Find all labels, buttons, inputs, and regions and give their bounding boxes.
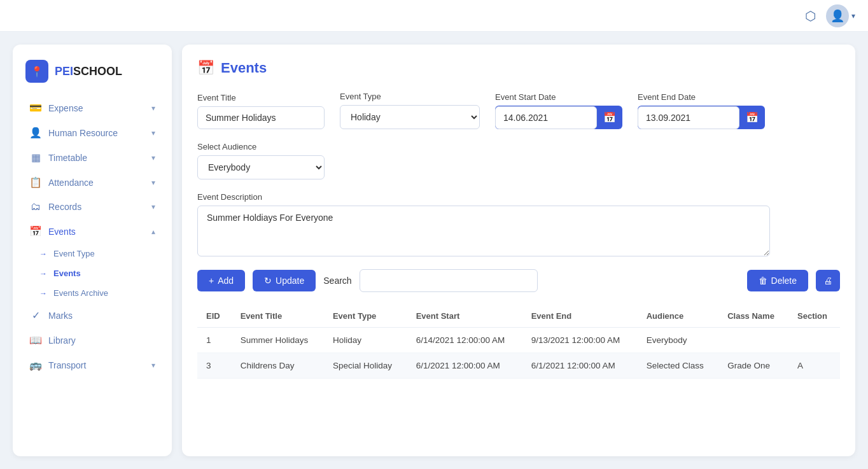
col-eid: EID bbox=[197, 305, 232, 328]
chevron-attendance: ▾ bbox=[151, 178, 155, 187]
sidebar-item-events[interactable]: 📅 Events ▴ bbox=[17, 219, 168, 244]
audience-select[interactable]: Everybody Selected Class Staff bbox=[197, 155, 325, 179]
chevron-expense: ▾ bbox=[151, 104, 155, 113]
start-date-input[interactable] bbox=[495, 106, 597, 129]
attendance-icon: 📋 bbox=[29, 176, 42, 188]
delete-button[interactable]: 🗑 Delete bbox=[747, 270, 808, 291]
sidebar-item-marks[interactable]: ✓ Marks bbox=[17, 303, 168, 328]
event-type-group: Event Type Holiday Special Holiday Other bbox=[340, 92, 480, 129]
start-date-group: Event Start Date 📅 bbox=[495, 92, 622, 129]
chevron-transport: ▾ bbox=[151, 361, 155, 370]
form-row-2: Select Audience Everybody Selected Class… bbox=[197, 142, 840, 179]
start-date-label: Event Start Date bbox=[495, 92, 622, 102]
expense-icon: 💳 bbox=[29, 102, 42, 114]
sidebar-label-human-resource: Human Resource bbox=[48, 128, 118, 138]
cell-3: 6/14/2021 12:00:00 AM bbox=[407, 328, 522, 353]
cell-4: 6/1/2021 12:00:00 AM bbox=[522, 353, 638, 379]
col-event-end: Event End bbox=[522, 305, 638, 328]
cell-0: 1 bbox=[197, 328, 232, 353]
chevron-human-resource: ▾ bbox=[151, 129, 155, 137]
form-row-1: Event Title Event Type Holiday Special H… bbox=[197, 92, 840, 129]
main-layout: 📍 PEISCHOOL 💳 Expense ▾ 👤 Human Resource… bbox=[0, 32, 868, 469]
cell-3: 6/1/2021 12:00:00 AM bbox=[407, 353, 522, 379]
sidebar-label-timetable: Timetable bbox=[48, 153, 87, 163]
col-class-name: Class Name bbox=[718, 305, 788, 328]
logo-area: 📍 PEISCHOOL bbox=[13, 55, 172, 95]
page-header-icon: 📅 bbox=[197, 60, 214, 76]
sidebar-label-library: Library bbox=[48, 335, 76, 346]
cell-5: Everybody bbox=[638, 328, 718, 353]
content-area: 📅 Events Event Title Event Type Holiday … bbox=[182, 45, 855, 456]
plus-icon: + bbox=[209, 276, 214, 286]
cell-6: Grade One bbox=[718, 353, 788, 379]
sidebar-sub-label-events: Events bbox=[53, 269, 81, 278]
arrow-events-archive: → bbox=[39, 289, 47, 298]
print-button[interactable]: 🖨 bbox=[816, 270, 840, 291]
marks-icon: ✓ bbox=[29, 309, 42, 321]
start-date-calendar-button[interactable]: 📅 bbox=[597, 106, 622, 129]
page-title: Events bbox=[221, 60, 267, 76]
sidebar-item-transport[interactable]: 🚌 Transport ▾ bbox=[17, 353, 168, 377]
col-event-type: Event Type bbox=[324, 305, 407, 328]
sidebar-item-human-resource[interactable]: 👤 Human Resource ▾ bbox=[17, 120, 168, 145]
sidebar-label-attendance: Attendance bbox=[48, 178, 94, 188]
logo-text: PEISCHOOL bbox=[55, 65, 122, 78]
end-date-calendar-button[interactable]: 📅 bbox=[739, 106, 765, 129]
update-button[interactable]: ↻ Update bbox=[253, 270, 316, 291]
col-audience: Audience bbox=[638, 305, 718, 328]
events-icon: 📅 bbox=[29, 225, 42, 237]
event-title-label: Event Title bbox=[197, 93, 325, 102]
timetable-icon: ▦ bbox=[29, 151, 42, 164]
page-header: 📅 Events bbox=[197, 60, 840, 76]
cell-6 bbox=[718, 328, 788, 353]
cell-5: Selected Class bbox=[638, 353, 718, 379]
sidebar-item-timetable[interactable]: ▦ Timetable ▾ bbox=[17, 145, 168, 170]
sidebar-item-attendance[interactable]: 📋 Attendance ▾ bbox=[17, 170, 168, 195]
sidebar-label-records: Records bbox=[48, 202, 81, 212]
chevron-timetable: ▾ bbox=[151, 153, 155, 162]
description-label: Event Description bbox=[197, 192, 770, 202]
arrow-event-type: → bbox=[39, 249, 47, 258]
logo-suffix: SCHOOL bbox=[73, 65, 122, 78]
update-label: Update bbox=[276, 276, 304, 286]
action-bar: + Add ↻ Update Search 🗑 Delete 🖨 bbox=[197, 269, 840, 292]
col-event-start: Event Start bbox=[407, 305, 522, 328]
cell-2: Special Holiday bbox=[324, 353, 407, 379]
transport-icon: 🚌 bbox=[29, 359, 42, 371]
search-input[interactable] bbox=[360, 269, 538, 292]
stack-icon[interactable]: ⬡ bbox=[805, 8, 816, 24]
sidebar-sub-event-type[interactable]: → Event Type bbox=[17, 244, 168, 263]
chevron-records: ▾ bbox=[151, 202, 155, 211]
cell-7: A bbox=[788, 353, 840, 379]
topbar-icons: ⬡ 👤 ▾ bbox=[805, 4, 855, 27]
add-label: Add bbox=[218, 276, 234, 286]
topbar: ⬡ 👤 ▾ bbox=[0, 0, 868, 32]
avatar-dropdown-icon[interactable]: ▾ bbox=[851, 11, 855, 20]
event-type-label: Event Type bbox=[340, 92, 480, 101]
table-row[interactable]: 1Summer HolidaysHoliday6/14/2021 12:00:0… bbox=[197, 328, 840, 353]
event-type-select[interactable]: Holiday Special Holiday Other bbox=[340, 105, 480, 129]
sidebar-sub-events[interactable]: → Events bbox=[17, 263, 168, 283]
logo-icon-box: 📍 bbox=[25, 60, 48, 83]
add-button[interactable]: + Add bbox=[197, 270, 245, 291]
cell-1: Childrens Day bbox=[232, 353, 324, 379]
cell-0: 3 bbox=[197, 353, 232, 379]
description-textarea[interactable]: Summer Holdiays For Everyone bbox=[197, 206, 770, 256]
table-row[interactable]: 3Childrens DaySpecial Holiday6/1/2021 12… bbox=[197, 353, 840, 379]
events-table: EID Event Title Event Type Event Start E… bbox=[197, 305, 840, 379]
end-date-wrapper: 📅 bbox=[638, 106, 765, 129]
sidebar-sub-events-archive[interactable]: → Events Archive bbox=[17, 283, 168, 303]
sidebar-item-expense[interactable]: 💳 Expense ▾ bbox=[17, 95, 168, 120]
refresh-icon: ↻ bbox=[264, 276, 272, 286]
sidebar-item-records[interactable]: 🗂 Records ▾ bbox=[17, 195, 168, 219]
table-header: EID Event Title Event Type Event Start E… bbox=[197, 305, 840, 328]
avatar[interactable]: 👤 bbox=[826, 4, 849, 27]
form-row-3: Event Description Summer Holdiays For Ev… bbox=[197, 192, 840, 256]
description-group: Event Description Summer Holdiays For Ev… bbox=[197, 192, 770, 256]
end-date-input[interactable] bbox=[638, 106, 739, 129]
sidebar-sub-label-event-type: Event Type bbox=[53, 249, 95, 258]
sidebar-item-library[interactable]: 📖 Library bbox=[17, 328, 168, 353]
event-title-input[interactable] bbox=[197, 106, 325, 129]
audience-label: Select Audience bbox=[197, 142, 325, 151]
library-icon: 📖 bbox=[29, 334, 42, 346]
